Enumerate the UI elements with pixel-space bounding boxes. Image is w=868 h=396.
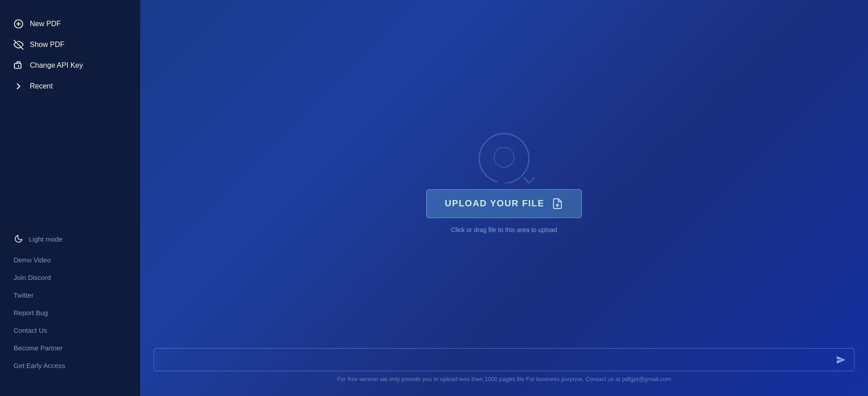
contact-us-label: Contact Us [14, 326, 47, 334]
recent-label: Recent [30, 82, 53, 90]
sidebar-top: New PDF Show PDF Change API Key [0, 14, 140, 121]
change-api-key-label: Change API Key [30, 61, 83, 70]
report-bug-label: Report Bug [14, 309, 48, 317]
sidebar-item-change-api-key[interactable]: Change API Key [14, 55, 127, 76]
sidebar-spacer [0, 121, 140, 229]
upload-button-label: UPLOAD YOUR FILE [445, 198, 544, 209]
file-upload-icon [552, 198, 563, 210]
upload-hint: Click or drag file to this area to uploa… [451, 226, 557, 233]
sidebar-item-get-early-access[interactable]: Get Early Access [14, 358, 127, 373]
become-partner-label: Become Partner [14, 344, 62, 352]
sidebar: New PDF Show PDF Change API Key [0, 0, 140, 396]
bottom-hint: For free version we only provide you to … [154, 376, 854, 382]
chevron-right-icon [14, 81, 24, 91]
sidebar-item-show-pdf[interactable]: Show PDF [14, 34, 127, 55]
sidebar-item-report-bug[interactable]: Report Bug [14, 305, 127, 321]
svg-rect-4 [14, 63, 21, 68]
svg-point-6 [494, 147, 514, 167]
upload-icon-area [468, 127, 540, 181]
twitter-label: Twitter [14, 291, 33, 299]
upload-circular-icon [468, 125, 540, 183]
plus-circle-icon [14, 19, 24, 29]
join-discord-label: Join Discord [14, 274, 51, 281]
get-early-access-label: Get Early Access [14, 362, 65, 369]
chat-input-row [154, 348, 854, 371]
sidebar-item-join-discord[interactable]: Join Discord [14, 270, 127, 285]
send-icon [836, 355, 846, 365]
new-pdf-label: New PDF [30, 20, 61, 28]
sidebar-item-new-pdf[interactable]: New PDF [14, 14, 127, 34]
sidebar-item-twitter[interactable]: Twitter [14, 287, 127, 303]
eye-slash-icon [14, 40, 24, 50]
upload-container: UPLOAD YOUR FILE Click or drag file to t… [426, 127, 582, 233]
show-pdf-label: Show PDF [30, 41, 64, 49]
sidebar-item-contact-us[interactable]: Contact Us [14, 322, 127, 338]
bottom-input-area: For free version we only provide you to … [154, 348, 854, 382]
key-icon [14, 61, 24, 70]
demo-video-label: Demo Video [14, 256, 51, 264]
chat-input[interactable] [160, 350, 833, 369]
sidebar-item-become-partner[interactable]: Become Partner [14, 340, 127, 356]
sidebar-item-light-mode[interactable]: Light mode [14, 229, 127, 248]
sidebar-bottom: Light mode Demo Video Join Discord Twitt… [0, 229, 140, 382]
sidebar-item-recent[interactable]: Recent [14, 76, 127, 97]
send-button[interactable] [833, 352, 849, 368]
moon-icon [14, 234, 24, 244]
upload-file-button[interactable]: UPLOAD YOUR FILE [426, 189, 582, 218]
light-mode-label: Light mode [29, 235, 62, 243]
sidebar-item-demo-video[interactable]: Demo Video [14, 252, 127, 268]
main-content: UPLOAD YOUR FILE Click or drag file to t… [140, 0, 868, 396]
